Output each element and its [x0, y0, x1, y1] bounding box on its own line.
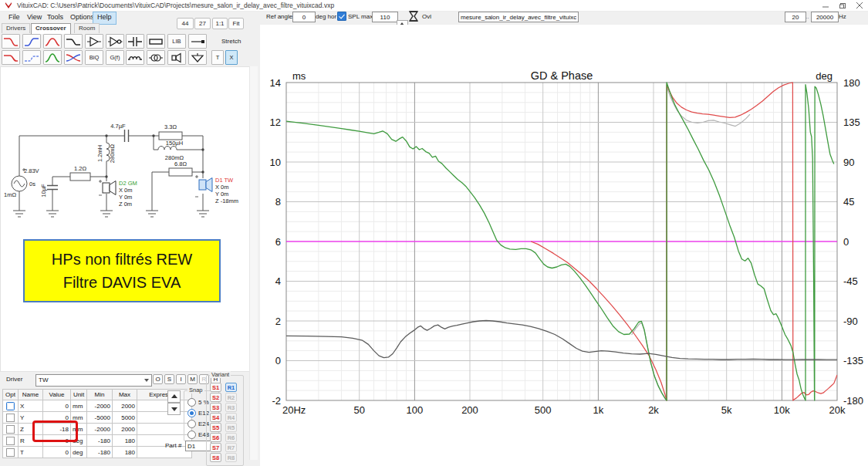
cell-z-min[interactable]: -2000	[87, 424, 113, 435]
speaker-d1-icon[interactable]	[199, 178, 212, 192]
buffer-block-button[interactable]	[85, 34, 103, 49]
cell-x-min[interactable]: -2000	[87, 400, 113, 412]
schematic-canvas[interactable]: 2.83V 0s 1mΩ 4.7µF 3.3Ω 150µH 280mΩ 6.8Ω…	[0, 66, 250, 372]
radio-icon[interactable]	[187, 398, 196, 407]
variant-button-r3[interactable]: R3	[225, 403, 237, 412]
variant-button-s5[interactable]: S5	[210, 423, 221, 432]
highpass-block-button[interactable]	[22, 34, 41, 49]
cell-y-min[interactable]: -5000	[87, 412, 113, 424]
speaker-d2-icon[interactable]	[103, 181, 116, 195]
radio-icon[interactable]	[187, 409, 196, 417]
cell-x-value[interactable]: 0	[43, 400, 71, 412]
crossover-block-button[interactable]	[64, 50, 83, 65]
resistor-button[interactable]	[147, 34, 165, 49]
ground-button[interactable]	[188, 50, 207, 65]
cell-t-unit[interactable]: deg	[71, 447, 87, 458]
wire-button[interactable]	[188, 34, 207, 49]
cell-z-max[interactable]: 2000	[113, 424, 137, 435]
variant-button-r5[interactable]: R5	[225, 423, 237, 432]
cell-y-max[interactable]: 5000	[113, 412, 137, 424]
table-row-y[interactable]: Y0mm-50005000	[3, 412, 192, 424]
variant-button-s3[interactable]: S3	[210, 403, 221, 412]
maximize-button[interactable]	[834, 0, 851, 10]
peak-block-button[interactable]	[43, 50, 62, 65]
move-up-button[interactable]	[167, 390, 181, 403]
variant-button-s7[interactable]: S7	[210, 443, 221, 452]
inductor-button[interactable]	[126, 50, 144, 65]
view-button-fit[interactable]: Fit	[228, 18, 244, 29]
lowpass2-block-button[interactable]	[2, 50, 20, 65]
gain-function-button[interactable]: G(f)	[106, 50, 124, 65]
driver-button-i[interactable]: I	[176, 374, 186, 384]
driver-select[interactable]: TW	[35, 374, 152, 387]
table-row-t[interactable]: T0deg-180180	[3, 447, 192, 458]
cell-x-name[interactable]: X	[19, 400, 43, 412]
spl-max-input[interactable]	[372, 12, 398, 22]
bandpass-block-button[interactable]	[43, 34, 62, 49]
biquad-button[interactable]: BiQ	[85, 50, 103, 65]
variant-button-r2[interactable]: R2	[225, 393, 237, 402]
tab-crossover[interactable]: Crossover	[31, 23, 71, 34]
table-row-r[interactable]: R0deg-180180	[3, 435, 192, 447]
variant-button-r1[interactable]: R1	[225, 383, 237, 392]
close-icon[interactable]	[851, 0, 868, 10]
capacitor-button[interactable]	[126, 34, 144, 49]
annotation-note[interactable]: HPs non filtrés REW Filtre DAVIS EVA	[23, 239, 221, 302]
variant-button-r7[interactable]: R7	[225, 443, 237, 452]
menu-tools[interactable]: Tools	[43, 12, 67, 23]
opt-checkbox-z[interactable]	[6, 425, 15, 434]
opt-checkbox-t[interactable]	[6, 448, 15, 457]
cell-x-max[interactable]: 2000	[113, 400, 137, 412]
spl-max-checkbox[interactable]	[337, 12, 346, 21]
tab-drivers[interactable]: Drivers	[2, 23, 30, 33]
variant-button-s8[interactable]: S8	[210, 453, 221, 462]
lowpass-block-button[interactable]	[2, 34, 20, 49]
variant-button-s6[interactable]: S6	[210, 433, 221, 442]
cell-t-value[interactable]: 0	[43, 447, 71, 458]
view-button-27[interactable]: 27	[194, 18, 211, 29]
ref-angle-input[interactable]	[292, 12, 316, 22]
graph-name-input[interactable]	[458, 12, 579, 22]
menu-file[interactable]: File	[5, 12, 24, 23]
speaker-component-button[interactable]	[167, 50, 186, 65]
optimizer-hourglass-icon[interactable]	[409, 11, 418, 22]
lowshelf-block-button[interactable]	[22, 50, 41, 65]
delete-tool-button[interactable]: X	[225, 50, 238, 65]
freq-min-input[interactable]	[785, 12, 806, 22]
freq-max-input[interactable]	[811, 12, 839, 22]
variant-button-r8[interactable]: R8	[225, 453, 237, 462]
radio-icon[interactable]	[187, 431, 196, 439]
minimize-button[interactable]	[817, 0, 834, 10]
opt-checkbox-y[interactable]	[6, 414, 15, 422]
tab-room[interactable]: Room	[74, 23, 100, 33]
variant-button-s1[interactable]: S1	[210, 383, 221, 392]
opt-checkbox-r[interactable]	[6, 437, 15, 445]
gd-phase-chart-panel[interactable]: GD & Phasemsdeg14121086420-218013590450-…	[260, 25, 868, 466]
view-button-44[interactable]: 44	[177, 18, 194, 29]
transformer-button[interactable]	[147, 50, 165, 65]
cell-t-expression[interactable]	[137, 447, 192, 458]
variant-button-r4[interactable]: R4	[225, 413, 237, 422]
library-button[interactable]: LIB	[167, 34, 186, 49]
driver-button-s[interactable]: S	[164, 374, 174, 384]
radio-icon[interactable]	[187, 420, 196, 428]
driver-button-o[interactable]: O	[153, 374, 163, 384]
schematic-scrollbar[interactable]	[249, 66, 258, 460]
menu-view[interactable]: View	[23, 12, 46, 23]
shelf-block-button[interactable]	[64, 34, 83, 49]
view-button-1-1[interactable]: 1:1	[212, 18, 228, 29]
table-row-x[interactable]: X0mm-20002000	[3, 400, 192, 412]
driver-button-m[interactable]: M	[187, 374, 198, 384]
cell-x-unit[interactable]: mm	[71, 400, 87, 412]
opamp-block-button[interactable]	[106, 34, 124, 49]
move-down-button[interactable]	[167, 403, 181, 415]
cell-r-max[interactable]: 180	[113, 435, 137, 447]
cell-t-min[interactable]: -180	[87, 447, 113, 458]
cell-r-min[interactable]: -180	[87, 435, 113, 447]
table-row-z[interactable]: Z-18mm-20002000	[3, 424, 192, 435]
variant-button-s2[interactable]: S2	[210, 393, 221, 402]
variant-button-r6[interactable]: R6	[225, 433, 237, 442]
cell-t-name[interactable]: T	[19, 447, 43, 458]
cell-t-max[interactable]: 180	[113, 447, 137, 458]
opt-checkbox-x[interactable]	[6, 402, 15, 410]
